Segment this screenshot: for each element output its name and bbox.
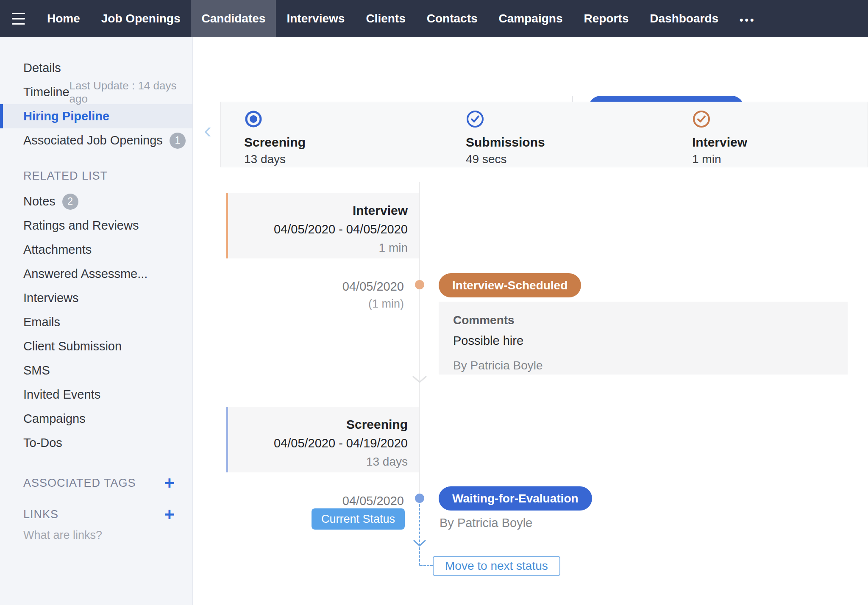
comments-header: Comments [453,314,848,327]
event-date-block: 04/05/2020 (1 min) [234,280,404,311]
event-date: 04/05/2020 [234,280,404,294]
event-date-block: 04/05/2020 [234,494,404,508]
related-list-header: RELATED LIST [0,169,192,183]
check-circle-icon [466,110,484,130]
sidebar-item-label: SMS [23,364,50,377]
event-duration: (1 min) [234,297,404,311]
nav-campaigns[interactable]: Campaigns [488,0,573,37]
sidebar-item-to-dos[interactable]: To-Dos [0,431,192,455]
associated-tags-header: ASSOCIATED TAGS [0,477,136,490]
hamburger-menu-icon[interactable] [0,0,36,37]
dashed-connector-vertical [419,504,420,566]
nav-contacts[interactable]: Contacts [416,0,488,37]
main-content: Quinn Rivers's Hiring Pipeline for Marke… [193,37,868,605]
step-label: Interview [692,135,747,150]
stage-date-range: 04/05/2020 - 04/05/2020 [228,222,408,236]
step-label: Submissions [466,135,545,150]
move-to-next-status-button[interactable]: Move to next status [433,556,560,576]
sidebar-item-attachments[interactable]: Attachments [0,238,192,262]
nav-clients[interactable]: Clients [355,0,416,37]
sidebar-item-label: Emails [23,315,60,329]
top-navigation: Home Job Openings Candidates Interviews … [0,0,868,37]
nav-more-icon[interactable]: ••• [729,0,766,37]
stage-card-interview: Interview 04/05/2020 - 04/05/2020 1 min [226,193,419,258]
timeline-dot-orange [415,280,424,289]
stage-date-range: 04/05/2020 - 04/19/2020 [228,436,408,450]
sidebar-item-associated-job-openings[interactable]: Associated Job Openings 1 [0,128,192,153]
count-badge: 1 [170,133,186,149]
sidebar-item-emails[interactable]: Emails [0,310,192,334]
sidebar-item-client-submission[interactable]: Client Submission [0,334,192,358]
arrow-down-icon [413,540,426,549]
step-duration: 1 min [692,153,721,166]
stage-name: Screening [228,417,408,432]
sidebar-item-sms[interactable]: SMS [0,358,192,383]
step-label: Screening [244,135,306,150]
what-are-links-link[interactable]: What are links? [0,529,192,542]
sidebar-item-label: To-Dos [23,436,62,450]
comments-box: Comments Possible hire By Patricia Boyle [439,302,848,375]
sidebar-item-timeline[interactable]: Timeline Last Update : 14 days ago [0,80,192,104]
nav-candidates[interactable]: Candidates [191,0,276,37]
radio-selected-icon [244,110,263,130]
sidebar-item-label: Attachments [23,243,92,257]
sidebar-item-hiring-pipeline[interactable]: Hiring Pipeline [0,104,192,128]
status-author: By Patricia Boyle [440,516,532,530]
add-link-button[interactable]: + [164,505,175,523]
stage-stepper: Screening 13 days Submissions 49 secs In… [220,102,868,167]
sidebar-item-label: Details [23,61,61,75]
sidebar-item-notes[interactable]: Notes 2 [0,189,192,214]
timeline-last-update: Last Update : 14 days ago [70,79,185,105]
timeline-line [419,182,420,498]
current-status-badge: Current Status [312,508,405,530]
stepper-step-screening: Screening 13 days [244,110,306,166]
stepper-step-submissions: Submissions 49 secs [466,110,545,166]
status-pill-interview-scheduled: Interview-Scheduled [439,273,581,297]
sidebar-item-label: Campaigns [23,412,86,426]
sidebar-item-details[interactable]: Details [0,56,192,80]
status-pill-waiting-for-evaluation: Waiting-for-Evaluation [439,486,592,511]
sidebar-item-label: Ratings and Reviews [23,219,139,233]
sidebar-item-label: Interviews [23,291,79,305]
stepper-step-interview: Interview 1 min [692,110,747,166]
nav-dashboards[interactable]: Dashboards [639,0,729,37]
nav-interviews[interactable]: Interviews [276,0,355,37]
nav-job-openings[interactable]: Job Openings [91,0,191,37]
chevron-down-icon [412,375,427,385]
count-badge: 2 [62,194,78,210]
sidebar-item-answered-assessments[interactable]: Answered Assessme... [0,262,192,286]
stage-card-screening: Screening 04/05/2020 - 04/19/2020 13 day… [226,407,419,472]
dashed-connector-horizontal [420,565,433,566]
sidebar-item-ratings-and-reviews[interactable]: Ratings and Reviews [0,214,192,238]
stage-name: Interview [228,203,408,218]
sidebar-item-label: Client Submission [23,339,122,353]
sidebar-item-label: Answered Assessme... [23,267,147,281]
sidebar-item-label: Associated Job Openings [23,133,163,147]
step-duration: 49 secs [466,153,507,166]
sidebar-item-invited-events[interactable]: Invited Events [0,383,192,407]
comment-author: By Patricia Boyle [453,359,848,372]
step-duration: 13 days [244,153,286,166]
stage-duration: 1 min [228,241,408,255]
sidebar-item-label: Notes [23,194,56,208]
timeline-dot-blue [415,494,424,503]
links-header: LINKS [0,508,58,521]
nav-home[interactable]: Home [36,0,91,37]
sidebar: Details Timeline Last Update : 14 days a… [0,37,193,605]
event-date: 04/05/2020 [234,494,404,508]
sidebar-item-interviews[interactable]: Interviews [0,286,192,310]
stepper-prev-chevron-icon[interactable]: ‹ [204,119,211,142]
stage-duration: 13 days [228,455,408,469]
sidebar-item-label: Invited Events [23,388,100,402]
sidebar-item-label: Hiring Pipeline [23,109,109,123]
add-tag-button[interactable]: + [164,474,175,492]
check-circle-icon [692,110,711,130]
comment-text: Possible hire [453,334,848,348]
sidebar-item-campaigns[interactable]: Campaigns [0,407,192,431]
nav-reports[interactable]: Reports [573,0,639,37]
sidebar-item-label: Timeline [23,85,70,99]
